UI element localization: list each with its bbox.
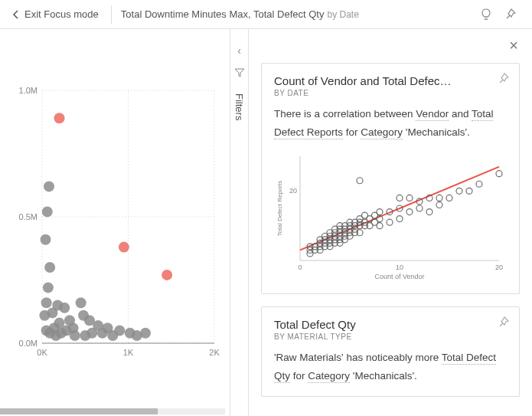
- insight-subtitle: BY MATERIAL TYPE: [274, 332, 507, 341]
- top-bar: Exit Focus mode Total Downtime Minutes M…: [0, 0, 532, 29]
- insight-body: There is a correlation between Vendor an…: [274, 105, 507, 142]
- lightbulb-button[interactable]: [474, 2, 498, 27]
- svg-point-23: [59, 303, 70, 313]
- svg-point-47: [119, 242, 129, 253]
- svg-point-133: [496, 170, 502, 176]
- link-vendor[interactable]: Vendor: [416, 108, 449, 121]
- svg-point-14: [44, 181, 54, 192]
- svg-point-46: [54, 113, 65, 123]
- insight-card-vendor-defect[interactable]: Count of Vendor and Total Defec… BY DATE…: [261, 63, 520, 294]
- pin-button[interactable]: [498, 316, 510, 331]
- svg-text:10: 10: [396, 264, 403, 271]
- svg-point-114: [377, 208, 383, 215]
- svg-point-128: [436, 195, 442, 201]
- svg-point-127: [436, 201, 442, 208]
- pin-icon: [498, 73, 510, 85]
- pin-button[interactable]: [498, 2, 523, 27]
- divider: [111, 5, 112, 24]
- svg-point-120: [397, 195, 403, 201]
- svg-point-126: [426, 208, 432, 215]
- exit-focus-label: Exit Focus mode: [24, 8, 99, 20]
- svg-point-132: [476, 181, 482, 187]
- filters-collapse-handle[interactable]: ‹ Filters: [230, 29, 248, 416]
- pin-button[interactable]: [498, 73, 510, 87]
- svg-point-123: [416, 205, 423, 211]
- svg-point-17: [44, 262, 55, 273]
- insight-body: 'Raw Materials' has noticeably more Tota…: [274, 349, 507, 386]
- svg-point-45: [84, 315, 95, 326]
- svg-text:0K: 0K: [37, 348, 47, 357]
- svg-point-48: [162, 270, 172, 280]
- svg-text:Total Defect Reports: Total Defect Reports: [276, 180, 283, 235]
- insight-subtitle: BY DATE: [274, 89, 507, 97]
- svg-text:1K: 1K: [123, 348, 134, 357]
- insights-panel: × Count of Vendor and Total Defec… BY DA…: [249, 29, 532, 416]
- page-title: Total Downtime Minutes Max, Total Defect…: [121, 8, 325, 20]
- text: for: [343, 126, 361, 138]
- svg-point-37: [76, 297, 86, 308]
- main-scatter-chart[interactable]: 0.0M0.5M1.0M0K1K2K: [0, 29, 230, 416]
- svg-point-131: [466, 188, 472, 194]
- svg-point-19: [41, 297, 52, 308]
- svg-text:20: 20: [495, 264, 503, 271]
- svg-point-129: [446, 195, 452, 201]
- chevron-left-icon: [12, 10, 20, 19]
- pin-icon: [498, 316, 510, 329]
- svg-text:0.0M: 0.0M: [19, 339, 38, 348]
- text: 'Mechanicals'.: [403, 126, 470, 138]
- svg-text:Count of Vendor: Count of Vendor: [374, 273, 424, 280]
- exit-focus-button[interactable]: Exit Focus mode: [9, 5, 102, 23]
- svg-point-15: [42, 206, 53, 217]
- text: 'Mechanicals'.: [350, 370, 417, 382]
- left-chart-panel: 0.0M0.5M1.0M0K1K2K ‹ Filters: [0, 29, 249, 416]
- svg-point-121: [406, 208, 413, 215]
- svg-point-42: [44, 328, 55, 339]
- svg-point-115: [357, 177, 363, 183]
- svg-text:0: 0: [298, 264, 302, 271]
- svg-point-18: [43, 282, 54, 293]
- insight-mini-chart: 2001020Count of VendorTotal Defect Repor…: [274, 150, 504, 280]
- page-subtitle: by Date: [327, 9, 358, 20]
- link-category[interactable]: Category: [361, 126, 403, 139]
- lightbulb-icon: [480, 8, 492, 21]
- close-button[interactable]: ×: [509, 37, 518, 54]
- filters-label: Filters: [233, 93, 245, 120]
- svg-point-112: [377, 222, 383, 228]
- text: for: [290, 370, 308, 382]
- link-category[interactable]: Category: [308, 370, 350, 383]
- svg-text:0.5M: 0.5M: [19, 212, 38, 221]
- svg-text:1.0M: 1.0M: [19, 86, 38, 95]
- svg-point-33: [114, 326, 125, 336]
- pin-icon: [504, 8, 517, 21]
- text: and: [449, 108, 472, 120]
- svg-point-118: [397, 215, 403, 221]
- chevron-left-icon: ‹: [237, 44, 241, 57]
- text: 'Raw Materials' has noticeably more: [274, 352, 442, 363]
- svg-line-57: [300, 166, 499, 250]
- insight-title: Total Defect Qty: [274, 318, 507, 331]
- svg-text:20: 20: [289, 187, 297, 195]
- svg-text:2K: 2K: [209, 348, 220, 357]
- svg-point-122: [406, 195, 413, 201]
- scatter-svg: 0.0M0.5M1.0M0K1K2K: [8, 44, 222, 374]
- svg-point-16: [41, 234, 51, 245]
- text: There is a correlation between: [274, 108, 416, 120]
- svg-point-28: [70, 330, 80, 341]
- svg-point-36: [140, 328, 151, 339]
- insight-title: Count of Vendor and Total Defec…: [274, 74, 507, 87]
- insight-card-defect-qty[interactable]: Total Defect Qty BY MATERIAL TYPE 'Raw M…: [261, 306, 520, 398]
- horizontal-scrollbar[interactable]: [0, 408, 225, 414]
- svg-point-44: [103, 323, 113, 333]
- svg-point-38: [64, 315, 75, 326]
- svg-point-130: [456, 188, 462, 194]
- funnel-icon: [234, 67, 245, 78]
- svg-point-116: [387, 219, 393, 225]
- main-area: 0.0M0.5M1.0M0K1K2K ‹ Filters × Count of …: [0, 29, 532, 416]
